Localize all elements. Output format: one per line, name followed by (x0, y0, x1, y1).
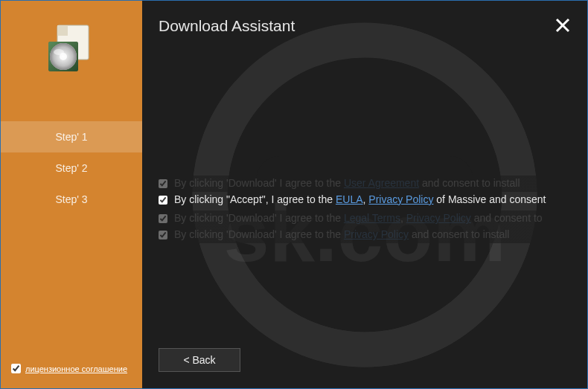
privacy-policy-link[interactable]: Privacy Policy (368, 193, 433, 205)
close-icon (555, 17, 571, 33)
consent-line-4: By clicking 'Download' I agree to the Pr… (159, 227, 571, 243)
step-label: Step' 1 (55, 131, 87, 143)
page-title: Download Assistant (159, 17, 295, 35)
consent-text: of Massive and consent (433, 193, 546, 205)
consent-line-3: By clicking 'Download' I agree to the Le… (159, 210, 571, 227)
eula-link[interactable]: EULA (336, 193, 363, 205)
consent-text: By clicking 'Download' I agree to the (174, 228, 344, 240)
user-agreement-link[interactable]: User Agreement (344, 177, 419, 189)
installer-icon (42, 19, 100, 80)
license-agreement-link[interactable]: лицензионное соглашение (25, 364, 127, 373)
license-agreement-checkbox[interactable] (11, 364, 21, 373)
consent-line-1: By clicking 'Download' I agree to the Us… (159, 176, 571, 192)
close-button[interactable] (555, 17, 571, 36)
consent-list: By clicking 'Download' I agree to the Us… (159, 176, 571, 243)
step-1[interactable]: Step' 1 (1, 121, 142, 152)
back-button[interactable]: < Back (159, 348, 240, 372)
consent-checkbox-1[interactable] (159, 179, 167, 188)
privacy-policy-link-3[interactable]: Privacy Policy (344, 228, 409, 240)
consent-text: By clicking 'Download' I agree to the (174, 177, 344, 189)
step-label: Step' 2 (55, 162, 87, 174)
sidebar: Step' 1 Step' 2 Step' 3 лицензионное сог… (1, 1, 142, 388)
legal-terms-link[interactable]: Legal Terms (344, 212, 400, 224)
main-panel: sk.com Download Assistant By clicking 'D… (142, 1, 587, 388)
consent-checkbox-3[interactable] (159, 214, 167, 223)
step-2[interactable]: Step' 2 (1, 152, 142, 184)
consent-text: By clicking "Accept", I agree to the (174, 193, 336, 205)
license-agreement-row[interactable]: лицензионное соглашение (11, 364, 127, 373)
step-3[interactable]: Step' 3 (1, 184, 142, 215)
svg-point-6 (54, 49, 64, 55)
step-label: Step' 3 (55, 193, 87, 205)
consent-checkbox-2[interactable] (159, 196, 167, 205)
consent-line-2: By clicking "Accept", I agree to the EUL… (159, 192, 571, 208)
consent-checkbox-4[interactable] (159, 231, 167, 239)
consent-text: and consent to install (409, 228, 509, 240)
privacy-policy-link-2[interactable]: Privacy Policy (406, 212, 471, 224)
consent-text: By clicking 'Download' I agree to the (174, 212, 344, 224)
consent-text: and consent to (471, 212, 543, 224)
back-button-label: < Back (183, 354, 215, 366)
consent-text: and consent to install (419, 177, 520, 189)
consent-text: , (400, 212, 406, 224)
installer-window: Step' 1 Step' 2 Step' 3 лицензионное сог… (0, 0, 588, 389)
